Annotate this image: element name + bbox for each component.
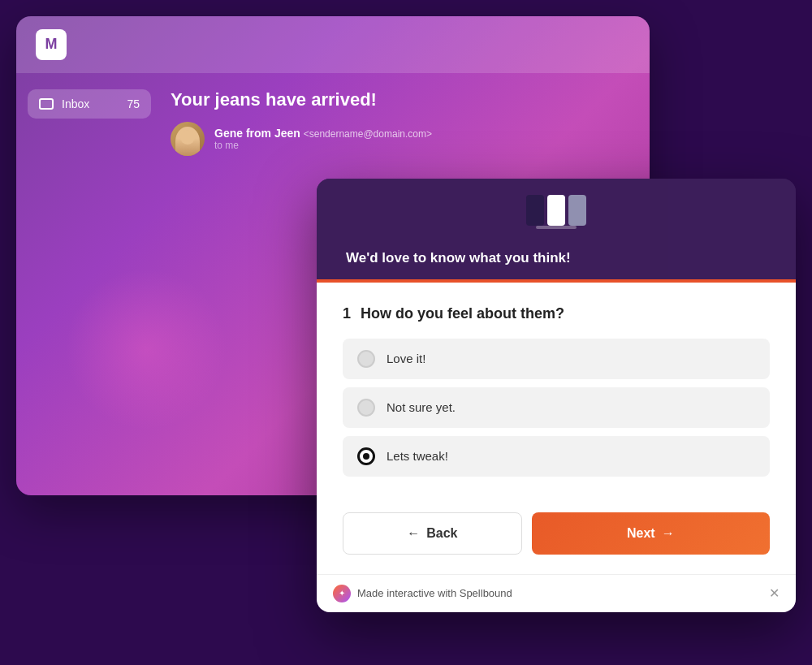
scroll-bar (536, 226, 577, 229)
option-not-sure-label: Not sure yet. (387, 400, 456, 414)
logo-block-2 (547, 195, 565, 226)
spellbound-branding: ✦ Made interactive with Spellbound (333, 585, 512, 602)
sender-info: Gene from Jeen <sendername@domain.com> t… (214, 127, 432, 151)
back-arrow-icon: ← (407, 526, 420, 541)
logo-block-1 (526, 195, 544, 226)
sender-avatar (171, 122, 205, 156)
radio-lets-tweak[interactable] (357, 447, 375, 465)
option-not-sure[interactable]: Not sure yet. (343, 387, 770, 428)
option-love-it[interactable]: Love it! (343, 339, 770, 379)
sidebar-item-inbox[interactable]: Inbox 75 (28, 89, 151, 119)
back-button[interactable]: ← Back (343, 512, 522, 555)
option-love-it-label: Love it! (387, 352, 425, 365)
survey-tagline: We'd love to know what you think! (317, 234, 796, 279)
radio-love-it[interactable] (357, 350, 375, 368)
inbox-count: 75 (127, 97, 140, 110)
spellbound-text: Made interactive with Spellbound (357, 587, 512, 599)
inbox-icon (39, 98, 54, 110)
survey-logo-blocks (526, 195, 586, 226)
email-logo: M (36, 29, 67, 60)
next-label: Next (627, 526, 655, 541)
close-branding-button[interactable]: ✕ (769, 585, 780, 601)
survey-card: We'd love to know what you think! 1 How … (317, 179, 796, 612)
question-panel: 1 How do you feel about them? Love it! N… (317, 279, 796, 574)
email-header-bar: M (16, 16, 650, 73)
email-sidebar: Inbox 75 (16, 73, 162, 495)
option-lets-tweak[interactable]: Lets tweak! (343, 436, 770, 477)
radio-not-sure[interactable] (357, 399, 375, 417)
logo-block-3 (568, 195, 586, 226)
survey-footer: ✦ Made interactive with Spellbound ✕ (317, 574, 796, 612)
back-label: Back (426, 526, 457, 541)
question-header: 1 How do you feel about them? (343, 305, 770, 322)
scroll-hint (317, 226, 796, 234)
email-sender-row: Gene from Jeen <sendername@domain.com> t… (171, 122, 625, 156)
action-buttons: ← Back Next → (317, 512, 796, 574)
email-subject: Your jeans have arrived! (171, 89, 625, 110)
option-lets-tweak-label: Lets tweak! (387, 449, 448, 463)
avatar-figure (175, 127, 200, 156)
question-content: 1 How do you feel about them? Love it! N… (317, 283, 796, 512)
sender-to-me: to me (214, 140, 432, 151)
options-list: Love it! Not sure yet. Lets tweak! (343, 339, 770, 477)
survey-logo-area (317, 179, 796, 226)
question-number: 1 (343, 305, 351, 322)
sender-name: Gene from Jeen <sendername@domain.com> (214, 127, 432, 140)
inbox-label: Inbox (62, 97, 89, 110)
spellbound-icon: ✦ (333, 585, 351, 602)
next-button[interactable]: Next → (532, 512, 770, 555)
next-arrow-icon: → (662, 526, 675, 541)
question-title: How do you feel about them? (361, 305, 564, 322)
